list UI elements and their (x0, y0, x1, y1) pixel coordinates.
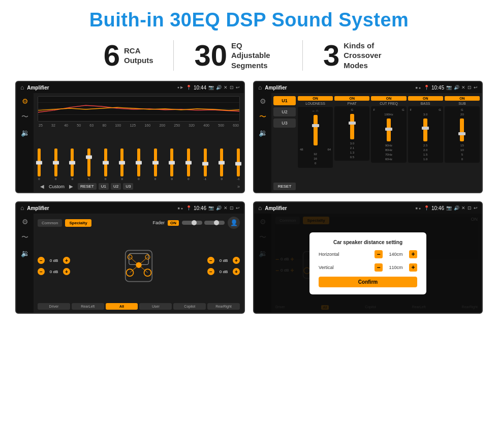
vol-rl-plus[interactable]: + (63, 268, 70, 275)
xo-cutfreq-header: ON (371, 96, 406, 101)
eq-screen-container: ⌂ Amplifier ● ▶ 📍 10:44 📷 🔊 ✕ ⊡ ↩ ⚙ 〜 🔉 (15, 81, 245, 193)
xo-channel-loudness: ON LOUDNESS – ∩ 4864 32 16 (298, 96, 333, 190)
stat-xo: 3 Kinds ofCrossover Modes (303, 41, 415, 71)
fader-status-icons: 📍 10:46 📷 🔊 ✕ ⊡ ↩ (186, 205, 240, 211)
eq-slider-2[interactable]: 0 (54, 148, 57, 181)
user-btn[interactable]: User (139, 303, 172, 310)
xo-home-icon[interactable]: ⌂ (258, 84, 262, 91)
fader-back-icon[interactable]: ↩ (236, 205, 240, 211)
xo-camera-icon: 📷 (446, 85, 452, 90)
dialog-vertical-plus[interactable]: + (409, 263, 417, 272)
expand-icon[interactable]: » (237, 184, 240, 189)
dialog-home-icon[interactable]: ⌂ (258, 204, 262, 212)
eq-slider-7[interactable]: 0 (137, 148, 140, 181)
eq-slider-6[interactable]: 0 (120, 148, 123, 181)
eq-slider-10[interactable]: 0 (187, 148, 190, 181)
eq-sliders: 0 0 0 5 0 0 0 0 0 0 -1 0 -1 (38, 129, 240, 181)
eq-slider-11[interactable]: -1 (204, 148, 207, 181)
eq-slider-8[interactable]: 0 (154, 148, 157, 181)
xo-channel-bass: ON BASS FG 3.0 2.5 2.0 1.5 1.0 (408, 96, 443, 190)
vol-fl-plus[interactable]: + (63, 257, 70, 264)
dialog-horizontal-plus[interactable]: + (409, 250, 417, 258)
eq-slider-4[interactable]: 5 (87, 148, 90, 181)
eq-u1-btn[interactable]: U1 (99, 183, 109, 190)
confirm-button[interactable]: Confirm (319, 277, 417, 287)
eq-slider-5[interactable]: 0 (104, 148, 107, 181)
vol-fr-minus[interactable]: − (207, 257, 214, 264)
xo-sub-header: ON (445, 96, 480, 101)
xo-back-icon[interactable]: ↩ (474, 85, 478, 90)
dialog-horizontal-minus[interactable]: − (375, 250, 383, 258)
eq-screen: ⚙ 〜 🔉 (16, 93, 244, 192)
eq-u2-btn[interactable]: U2 (111, 183, 121, 190)
vol-fr-val: 0 dB (216, 258, 231, 263)
common-tab[interactable]: Common (38, 219, 62, 227)
fader-side-icons: ⚙ 〜 🔉 (16, 214, 34, 313)
dialog-vertical-minus[interactable]: − (375, 263, 383, 272)
fader-eq-icon[interactable]: ⚙ (22, 218, 28, 226)
eq-time: 10:44 (194, 85, 206, 91)
eq-u3-btn[interactable]: U3 (123, 183, 133, 190)
fader-bottom-btns: Driver RearLeft All User Copilot RearRig… (38, 303, 240, 310)
vol-fl: − 0 dB + (38, 257, 70, 264)
vol-fr-plus[interactable]: + (233, 257, 240, 264)
fader-on-btn[interactable]: ON (168, 220, 179, 226)
copilot-btn[interactable]: Copilot (173, 303, 206, 310)
specialty-tab[interactable]: Specialty (65, 219, 91, 227)
eq-next-btn[interactable]: ▶ (67, 183, 76, 190)
eq-slider-3[interactable]: 0 (71, 148, 74, 181)
dialog-time: 10:46 (431, 205, 444, 211)
eq-slider-13[interactable]: -1 (237, 148, 240, 181)
fader-h-slider-2[interactable] (204, 221, 225, 225)
stat-number-eq: 30 (194, 41, 227, 70)
xo-preset-u2[interactable]: U2 (273, 107, 296, 116)
home-icon[interactable]: ⌂ (20, 84, 24, 91)
xo-eq-icon[interactable]: ⚙ (260, 97, 266, 105)
eq-slider-1[interactable]: 0 (38, 148, 41, 181)
xo-phat-area: G 3.0 2.1 1.3 0.5 (334, 106, 369, 161)
driver-btn[interactable]: Driver (38, 303, 70, 310)
xo-reset-btn[interactable]: RESET (273, 183, 296, 190)
eq-icon[interactable]: ⚙ (22, 97, 28, 105)
speaker-icon[interactable]: 🔉 (21, 129, 29, 137)
eq-reset-btn[interactable]: RESET (78, 183, 97, 190)
dialog-dot: ■ ● (416, 206, 421, 210)
crossover-screen-container: ⌂ Amplifier ■ ● 📍 10:45 📷 🔊 ✕ ⊡ ↩ ⚙ 〜 🔉 (253, 81, 483, 193)
xo-preset-u1[interactable]: U1 (273, 96, 296, 105)
xo-location-icon: 📍 (424, 85, 429, 90)
back-icon[interactable]: ↩ (236, 85, 240, 90)
dialog-title: Car speaker distance setting (319, 240, 417, 245)
fader-settings-icon[interactable]: 👤 (228, 217, 240, 229)
page: Buith-in 30EQ DSP Sound System 6 RCAOutp… (0, 0, 498, 448)
xo-preset-u3[interactable]: U3 (273, 118, 296, 128)
all-btn[interactable]: All (106, 303, 138, 310)
fader-h-slider-1[interactable] (182, 221, 202, 225)
vol-rl-minus[interactable]: − (38, 268, 45, 275)
rearright-btn[interactable]: RearRight (207, 303, 240, 310)
vol-fl-val: 0 dB (46, 258, 61, 263)
vol-rr-plus[interactable]: + (233, 268, 240, 275)
vol-rr-minus[interactable]: − (207, 268, 214, 275)
eq-slider-12[interactable]: 0 (220, 148, 223, 181)
dialog-horizontal-label: Horizontal (319, 252, 371, 257)
eq-prev-btn[interactable]: ◀ (38, 183, 47, 190)
xo-presets: U1 U2 U3 RESET (273, 96, 296, 190)
minimize-icon: ⊡ (230, 85, 234, 90)
fader-home-icon[interactable]: ⌂ (20, 204, 24, 212)
fader-wave-icon[interactable]: 〜 (21, 233, 28, 242)
fader-screen: ⚙ 〜 🔉 Common Specialty Fader ON (16, 214, 244, 313)
volume-icon: 🔊 (216, 85, 222, 90)
fader-speaker-area: − 0 dB + − 0 dB + (38, 231, 240, 301)
eq-freq-labels: 253240506380100125160200250320400500630 (38, 124, 240, 127)
eq-controls: ◀ Custom ▶ RESET U1 U2 U3 » (38, 183, 240, 190)
fader-spk-icon[interactable]: 🔉 (21, 249, 29, 257)
vol-fl-minus[interactable]: − (38, 257, 45, 264)
wave-icon[interactable]: 〜 (21, 112, 28, 122)
stat-text-rca: RCAOutputs (124, 46, 153, 66)
xo-wave-icon[interactable]: 〜 (259, 112, 266, 122)
eq-slider-9[interactable]: 0 (170, 148, 173, 181)
fader-status-bar: ⌂ Amplifier ■ ● 📍 10:46 📷 🔊 ✕ ⊡ ↩ (16, 202, 244, 214)
dialog-back-icon[interactable]: ↩ (474, 205, 478, 211)
xo-spk-icon[interactable]: 🔉 (259, 129, 267, 137)
rearleft-btn[interactable]: RearLeft (72, 303, 104, 310)
